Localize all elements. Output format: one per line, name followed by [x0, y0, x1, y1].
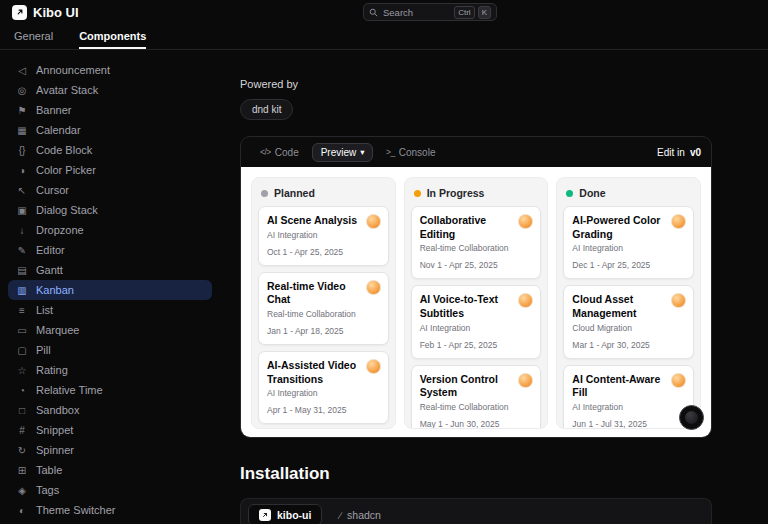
shortcut-keys: Ctrl K: [454, 6, 491, 19]
sidebar-item-relative-time[interactable]: ◔Relative Time: [8, 380, 212, 400]
sidebar-item-label: Rating: [36, 364, 68, 376]
kanban-column-planned: Planned AI Scene Analysis AI Integration…: [251, 177, 396, 429]
sidebar-item-spinner[interactable]: ↻Spinner: [8, 440, 212, 460]
kanban-card[interactable]: AI-Assisted Video Transitions AI Integra…: [258, 351, 389, 424]
sidebar-item-label: Avatar Stack: [36, 84, 98, 96]
sidebar-item-label: Cursor: [36, 184, 69, 196]
kanban-card[interactable]: Version Control System Real-time Collabo…: [411, 365, 542, 429]
kanban-column-done: Done AI-Powered Color Grading AI Integra…: [556, 177, 701, 429]
column-header: Done: [563, 184, 694, 200]
sidebar-item-label: Table: [36, 464, 62, 476]
tab-preview[interactable]: Preview ▾: [312, 143, 373, 162]
sidebar-item-table[interactable]: ⊞Table: [8, 460, 212, 480]
sidebar-item-list[interactable]: ≡List: [8, 300, 212, 320]
sidebar-item-cursor[interactable]: ↖Cursor: [8, 180, 212, 200]
assignee-avatar: [366, 359, 381, 374]
search-placeholder: Search: [383, 7, 413, 18]
sidebar-item-sandbox[interactable]: □Sandbox: [8, 400, 212, 420]
tab-code[interactable]: </> Code: [251, 143, 308, 162]
sidebar-item-label: Theme Switcher: [36, 504, 115, 516]
card-subtitle: AI Integration: [267, 230, 380, 240]
code-icon: </>: [260, 147, 271, 157]
users-icon: ◎: [16, 85, 28, 96]
dnd-kit-badge[interactable]: dnd kit: [240, 99, 293, 120]
kanban-board: Planned AI Scene Analysis AI Integration…: [241, 167, 711, 438]
card-title: AI-Assisted Video Transitions: [267, 359, 380, 386]
card-dates: May 1 - Jun 30, 2025: [420, 419, 533, 429]
upload-icon: ↓: [16, 225, 28, 236]
tab-kibo-ui[interactable]: kibo-ui: [248, 504, 322, 524]
tab-shadcn[interactable]: ∕ shadcn: [328, 504, 392, 524]
card-title: Real-time Video Chat: [267, 280, 380, 307]
card-dates: Jun 1 - Jul 31, 2025: [572, 419, 685, 429]
gantt-chart-icon: ▤: [16, 265, 28, 276]
sidebar-item-label: Announcement: [36, 64, 110, 76]
status-dot-icon: [414, 190, 421, 197]
sidebar-item-kanban[interactable]: ▥Kanban: [8, 280, 212, 300]
card-title: Version Control System: [420, 373, 533, 400]
kbd-k: K: [478, 6, 491, 19]
tab-components[interactable]: Components: [79, 24, 146, 49]
kanban-card[interactable]: Collaborative Editing Real-time Collabor…: [411, 206, 542, 279]
sidebar-item-pill[interactable]: ▢Pill: [8, 340, 212, 360]
sidebar-item-rating[interactable]: ☆Rating: [8, 360, 212, 380]
sidebar-item-marquee[interactable]: ▭Marquee: [8, 320, 212, 340]
floating-action-button[interactable]: [679, 405, 704, 430]
main-content: Powered by dnd kit </> Code Preview ▾ >_…: [222, 50, 768, 524]
column-header: In Progress: [411, 184, 542, 200]
sidebar-item-label: Code Block: [36, 144, 92, 156]
pencil-icon: ✎: [16, 245, 28, 256]
chevron-down-icon: ▾: [360, 147, 364, 157]
components-sidebar: ◁Announcement ◎Avatar Stack ⚑Banner ▦Cal…: [0, 50, 222, 524]
kanban-card[interactable]: AI Scene Analysis AI Integration Oct 1 -…: [258, 206, 389, 266]
kanban-card[interactable]: Real-time Video Chat Real-time Collabora…: [258, 272, 389, 345]
card-subtitle: AI Integration: [572, 243, 685, 253]
card-title: AI-Powered Color Grading: [572, 214, 685, 241]
sidebar-item-dialog-stack[interactable]: ▣Dialog Stack: [8, 200, 212, 220]
sidebar-item-color-picker[interactable]: ◑Color Picker: [8, 160, 212, 180]
theme-icon: ◐: [16, 505, 28, 516]
snippet-icon: #: [16, 425, 28, 436]
card-subtitle: AI Integration: [572, 402, 685, 412]
sidebar-item-dropzone[interactable]: ↓Dropzone: [8, 220, 212, 240]
kanban-card[interactable]: AI Content-Aware Fill AI Integration Jun…: [563, 365, 694, 429]
kbd-ctrl: Ctrl: [454, 6, 474, 19]
installation-heading: Installation: [240, 464, 768, 484]
sidebar-item-banner[interactable]: ⚑Banner: [8, 100, 212, 120]
flag-icon: ⚑: [16, 105, 28, 116]
star-icon: ☆: [16, 365, 28, 376]
sidebar-item-announcement[interactable]: ◁Announcement: [8, 60, 212, 80]
sidebar-item-label: Relative Time: [36, 384, 103, 396]
sidebar-item-snippet[interactable]: #Snippet: [8, 420, 212, 440]
column-name: Planned: [274, 187, 315, 199]
column-header: Planned: [258, 184, 389, 200]
column-name: In Progress: [427, 187, 485, 199]
column-name: Done: [579, 187, 605, 199]
kanban-card[interactable]: AI Voice-to-Text Subtitles AI Integratio…: [411, 285, 542, 358]
sidebar-item-calendar[interactable]: ▦Calendar: [8, 120, 212, 140]
sidebar-item-gantt[interactable]: ▤Gantt: [8, 260, 212, 280]
table-icon: ⊞: [16, 465, 28, 476]
search-input[interactable]: Search Ctrl K: [363, 3, 497, 21]
card-dates: Apr 1 - May 31, 2025: [267, 405, 380, 415]
sidebar-item-label: Banner: [36, 104, 71, 116]
tab-general[interactable]: General: [14, 24, 53, 49]
sidebar-item-tags[interactable]: ◈Tags: [8, 480, 212, 500]
card-subtitle: AI Integration: [420, 323, 533, 333]
marquee-icon: ▭: [16, 325, 28, 336]
tab-console[interactable]: >_ Console: [377, 143, 444, 162]
sidebar-item-editor[interactable]: ✎Editor: [8, 240, 212, 260]
brand-home-link[interactable]: Kibo UI: [12, 5, 79, 20]
edit-in-v0-button[interactable]: Edit in v0: [657, 147, 701, 158]
kanban-card[interactable]: AI-Powered Color Grading AI Integration …: [563, 206, 694, 279]
sidebar-item-code-block[interactable]: {}Code Block: [8, 140, 212, 160]
sidebar-item-avatar-stack[interactable]: ◎Avatar Stack: [8, 80, 212, 100]
sidebar-item-theme-switcher[interactable]: ◐Theme Switcher: [8, 500, 212, 520]
kanban-card[interactable]: Cloud Asset Management Cloud Migration M…: [563, 285, 694, 358]
card-subtitle: Real-time Collaboration: [420, 243, 533, 253]
card-title: AI Content-Aware Fill: [572, 373, 685, 400]
card-title: AI Scene Analysis: [267, 214, 380, 228]
search-icon: [369, 8, 378, 17]
package-badges: dnd kit: [240, 99, 768, 120]
card-title: Collaborative Editing: [420, 214, 533, 241]
